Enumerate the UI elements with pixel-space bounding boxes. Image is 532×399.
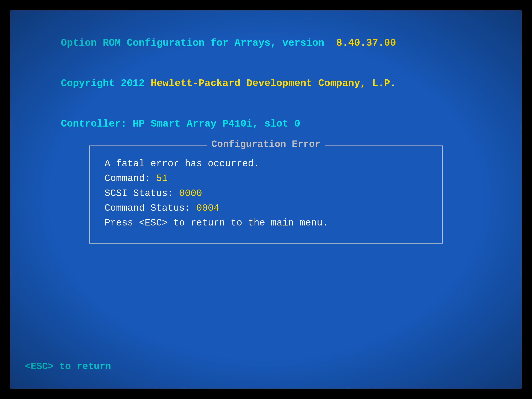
bios-screen: Option ROM Configuration for Arrays, ver… [10,10,522,389]
dialog-line-fatal: A fatal error has occurred. [105,157,427,171]
dialog-content: A fatal error has occurred. Command: 51 … [105,157,427,230]
dialog-box: Configuration Error A fatal error has oc… [89,146,443,244]
header-line-3: Controller: HP Smart Array P410i, slot 0 [25,104,507,144]
bottom-bar: <ESC> to return [25,361,111,372]
header-line2-prefix: Copyright 2012 [61,78,151,89]
dialog-line-cmdstatus: Command Status: 0004 [105,201,427,216]
bottom-text: <ESC> to return [25,361,111,372]
header-line2-company: Hewlett-Packard Development Company, L.P… [151,78,396,89]
header-line3-full: Controller: HP Smart Array P410i, slot 0 [61,118,300,129]
dialog-scsi-value: 0000 [179,188,202,199]
header-line-2: Copyright 2012 Hewlett-Packard Developme… [25,63,507,103]
dialog-command-label: Command: [105,173,156,184]
dialog-cmdstatus-value: 0004 [196,203,219,214]
dialog-line-scsi: SCSI Status: 0000 [105,186,427,201]
header-line-1: Option ROM Configuration for Arrays, ver… [25,23,507,63]
dialog-command-value: 51 [156,173,167,184]
header-line1-prefix: Option ROM Configuration for Arrays, ver… [61,38,336,49]
dialog-line-press: Press <ESC> to return to the main menu. [105,216,427,230]
dialog-scsi-label: SCSI Status: [105,188,179,199]
header-line1-version: 8.40.37.00 [336,38,396,49]
dialog-title: Configuration Error [207,139,325,150]
dialog-cmdstatus-label: Command Status: [105,203,196,214]
dialog-wrapper: Configuration Error A fatal error has oc… [89,146,443,244]
dialog-line-command: Command: 51 [105,171,427,186]
header-section: Option ROM Configuration for Arrays, ver… [25,23,507,144]
